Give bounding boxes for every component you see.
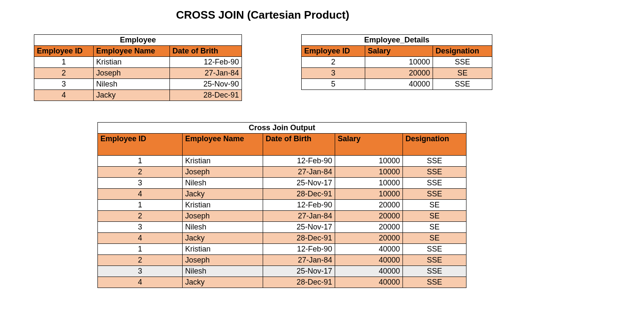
cell: 12-Feb-90 xyxy=(263,244,335,255)
cell: 10000 xyxy=(335,156,403,167)
cell: 10000 xyxy=(335,189,403,200)
cell: Joseph xyxy=(183,211,263,222)
cell: 2 xyxy=(98,167,183,178)
cell: SSE xyxy=(403,156,466,167)
cell: 27-Jan-84 xyxy=(263,255,335,266)
cell: Kristian xyxy=(183,200,263,211)
cell: 40000 xyxy=(335,255,403,266)
cell: SSE xyxy=(403,255,466,266)
cell: 20000 xyxy=(365,68,433,79)
table-row: 2Joseph27-Jan-8440000SSE xyxy=(98,255,466,266)
cell: 1 xyxy=(98,244,183,255)
table-row: 4Jacky28-Dec-9120000SE xyxy=(98,233,466,244)
cell: SSE xyxy=(403,277,466,288)
cell: 20000 xyxy=(335,233,403,244)
cell: 4 xyxy=(98,233,183,244)
det-col-id: Employee ID xyxy=(302,46,365,57)
cell: 28-Dec-91 xyxy=(263,233,335,244)
out-col-dob: Date of Birth xyxy=(263,134,335,156)
cell: SE xyxy=(403,222,466,233)
table-row: 1Kristian12-Feb-9020000SE xyxy=(98,200,466,211)
table-row: 2Joseph27-Jan-8410000SSE xyxy=(98,167,466,178)
cell: SSE xyxy=(403,244,466,255)
out-col-name: Employee Name xyxy=(183,134,263,156)
cell: 1 xyxy=(98,156,183,167)
output-table-title: Cross Join Output xyxy=(98,123,466,134)
cell: SSE xyxy=(433,79,492,90)
table-row: 1Kristian12-Feb-9040000SSE xyxy=(98,244,466,255)
cell: 10000 xyxy=(335,178,403,189)
cell: Nilesh xyxy=(183,178,263,189)
out-col-desig: Designation xyxy=(403,134,466,156)
emp-col-name: Employee Name xyxy=(94,46,170,57)
cell: 12-Feb-90 xyxy=(170,57,242,68)
det-col-desig: Designation xyxy=(433,46,492,57)
cell: 4 xyxy=(34,90,94,101)
cell: 25-Nov-17 xyxy=(263,266,335,277)
cell: Jacky xyxy=(183,189,263,200)
cell: 3 xyxy=(98,178,183,189)
out-col-id: Employee ID xyxy=(98,134,183,156)
table-row: 4Jacky28-Dec-91 xyxy=(34,90,242,101)
cell: 10000 xyxy=(365,57,433,68)
cell: 28-Dec-91 xyxy=(263,277,335,288)
cell: 3 xyxy=(34,79,94,90)
details-table: Employee_Details Employee ID Salary Desi… xyxy=(301,34,492,90)
cell: SSE xyxy=(403,189,466,200)
table-row: 1Kristian12-Feb-9010000SSE xyxy=(98,156,466,167)
table-row: 2Joseph27-Jan-84 xyxy=(34,68,242,79)
cell: 27-Jan-84 xyxy=(170,68,242,79)
cell: 27-Jan-84 xyxy=(263,211,335,222)
cell: 20000 xyxy=(335,200,403,211)
table-row: 320000SE xyxy=(302,68,492,79)
cell: 2 xyxy=(302,57,365,68)
emp-col-dob: Date of Brith xyxy=(170,46,242,57)
cell: 5 xyxy=(302,79,365,90)
cell: SE xyxy=(403,211,466,222)
cell: Nilesh xyxy=(94,79,170,90)
cell: 10000 xyxy=(335,167,403,178)
cell: SE xyxy=(433,68,492,79)
emp-col-id: Employee ID xyxy=(34,46,94,57)
cell: 40000 xyxy=(365,79,433,90)
cell: 20000 xyxy=(335,222,403,233)
table-row: 3Nilesh25-Nov-1740000SSE xyxy=(98,266,466,277)
cell: 25-Nov-17 xyxy=(263,178,335,189)
details-table-title: Employee_Details xyxy=(302,35,492,46)
cell: Jacky xyxy=(94,90,170,101)
cell: Nilesh xyxy=(183,222,263,233)
page-title: CROSS JOIN (Cartesian Product) xyxy=(34,8,610,22)
employee-table-title: Employee xyxy=(34,35,242,46)
table-row: 4Jacky28-Dec-9110000SSE xyxy=(98,189,466,200)
cell: 2 xyxy=(34,68,94,79)
cell: Kristian xyxy=(94,57,170,68)
employee-rows: 1Kristian12-Feb-902Joseph27-Jan-843Niles… xyxy=(34,57,242,101)
cell: SE xyxy=(403,200,466,211)
cell: 40000 xyxy=(335,244,403,255)
cell: 2 xyxy=(98,255,183,266)
cell: Joseph xyxy=(183,255,263,266)
cell: 1 xyxy=(98,200,183,211)
cell: SSE xyxy=(403,266,466,277)
cell: Kristian xyxy=(183,156,263,167)
cell: 25-Nov-90 xyxy=(170,79,242,90)
cell: Jacky xyxy=(183,233,263,244)
cell: SSE xyxy=(433,57,492,68)
table-row: 540000SSE xyxy=(302,79,492,90)
table-row: 4Jacky28-Dec-9140000SSE xyxy=(98,277,466,288)
cell: SSE xyxy=(403,167,466,178)
cell: 40000 xyxy=(335,266,403,277)
cell: 2 xyxy=(98,211,183,222)
cell: 20000 xyxy=(335,211,403,222)
cell: 12-Feb-90 xyxy=(263,156,335,167)
out-col-salary: Salary xyxy=(335,134,403,156)
cell: 3 xyxy=(302,68,365,79)
table-row: 2Joseph27-Jan-8420000SE xyxy=(98,211,466,222)
table-row: 1Kristian12-Feb-90 xyxy=(34,57,242,68)
employee-table: Employee Employee ID Employee Name Date … xyxy=(34,34,242,101)
cell: 28-Dec-91 xyxy=(263,189,335,200)
cell: SE xyxy=(403,233,466,244)
table-row: 3Nilesh25-Nov-1720000SE xyxy=(98,222,466,233)
cell: 28-Dec-91 xyxy=(170,90,242,101)
output-rows: 1Kristian12-Feb-9010000SSE2Joseph27-Jan-… xyxy=(98,156,466,288)
